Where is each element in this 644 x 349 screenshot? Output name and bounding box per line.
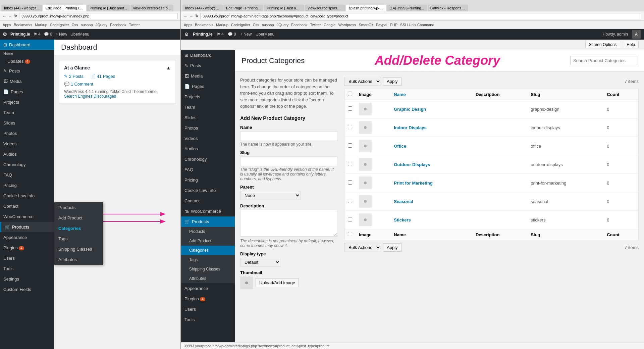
- sidebar-item-team-right[interactable]: Team: [181, 102, 235, 112]
- sidebar-item-media-left[interactable]: 🖼 Media: [0, 76, 54, 87]
- description-textarea[interactable]: [240, 210, 337, 237]
- right-address-bar[interactable]: ← → ↻ 39993.yourproof.info/wp-admin/edit…: [181, 11, 644, 21]
- tab-edit-page-left[interactable]: Edit Page · Printing.ie...: [43, 5, 86, 11]
- left-address-bar[interactable]: ← → ↻ 39993.yourproof.info/wp-admin/inde…: [0, 11, 180, 21]
- col-count[interactable]: Count: [603, 89, 638, 100]
- sidebar-item-audios-right[interactable]: Audios: [181, 144, 235, 154]
- posts-count[interactable]: ✎ 2 Posts: [64, 74, 84, 79]
- sidebar-item-users-right[interactable]: Users: [181, 304, 235, 314]
- row-checkbox-1[interactable]: [348, 125, 352, 129]
- select-all-checkbox-foot[interactable]: [348, 232, 352, 236]
- tab-inbox-left[interactable]: Inbox (44) - web@it...: [1, 5, 42, 11]
- sidebar-item-posts-left[interactable]: ✎ Posts: [0, 66, 54, 76]
- subnav-shipping-right[interactable]: Shipping Classes: [181, 264, 235, 274]
- apply-btn-bottom[interactable]: Apply: [383, 243, 401, 252]
- sidebar-item-team-left[interactable]: Team: [0, 107, 54, 118]
- submenu-add-product[interactable]: Add Product: [54, 213, 103, 223]
- tab-inbox-right[interactable]: Inbox (44) - web@it...: [182, 5, 223, 11]
- sidebar-item-pages-left[interactable]: 📄 Pages: [0, 87, 54, 97]
- right-updates[interactable]: ⚑ 4: [217, 32, 224, 37]
- sidebar-item-users-left[interactable]: Users: [0, 253, 54, 263]
- sidebar-item-photos-right[interactable]: Photos: [181, 123, 235, 133]
- comments-count[interactable]: 💬 1 Comment: [64, 82, 171, 87]
- apply-btn-top[interactable]: Apply: [383, 77, 401, 86]
- sidebar-item-pricing-left[interactable]: Pricing: [0, 180, 54, 191]
- row-name-link-5[interactable]: Seasonal: [394, 199, 413, 204]
- bulk-actions-select-top[interactable]: Bulk Actions: [344, 77, 381, 86]
- row-name-link-6[interactable]: Stickers: [394, 217, 411, 222]
- sidebar-item-products-left[interactable]: 🛒 Products: [0, 222, 54, 232]
- tab-printing-right[interactable]: Printing.ie | Just ano...: [264, 5, 304, 11]
- subnav-add-product-right[interactable]: Add Product: [181, 236, 235, 246]
- sidebar-item-slides-right[interactable]: Slides: [181, 112, 235, 123]
- left-comments[interactable]: 💬 0: [44, 32, 52, 37]
- row-name-link-0[interactable]: Graphic Design: [394, 107, 426, 112]
- row-checkbox-3[interactable]: [348, 162, 352, 166]
- col-image[interactable]: Image: [356, 89, 390, 100]
- sidebar-item-dashboard-right[interactable]: ⊞ Dashboard: [181, 50, 235, 60]
- search-categories-input[interactable]: [570, 56, 637, 65]
- sidebar-item-appearance-left[interactable]: Appearance: [0, 232, 54, 243]
- left-site-name[interactable]: Printing.ie: [10, 32, 30, 37]
- subnav-attributes-right[interactable]: Attributes: [181, 274, 235, 283]
- row-name-link-4[interactable]: Print for Marketing: [394, 181, 433, 186]
- tab-splash-right[interactable]: splash.printing/wp-c...: [346, 5, 386, 11]
- sidebar-item-chronology-right[interactable]: Chronology: [181, 154, 235, 164]
- slug-input[interactable]: [240, 156, 337, 166]
- sidebar-item-projects-left[interactable]: Projects: [0, 97, 54, 107]
- select-all-checkbox[interactable]: [348, 92, 352, 96]
- row-checkbox-2[interactable]: [348, 143, 352, 148]
- tab-source-left[interactable]: view-source:splash.p...: [130, 5, 173, 11]
- tab-printing-left[interactable]: Printing.ie | Just anot...: [87, 5, 130, 11]
- sidebar-item-contact-right[interactable]: Contact: [181, 196, 235, 206]
- right-site-name[interactable]: Printing.ie: [193, 32, 213, 37]
- sidebar-item-appearance-right[interactable]: Appearance: [181, 283, 235, 294]
- help-btn[interactable]: Help: [623, 41, 639, 48]
- parent-select[interactable]: None: [240, 191, 301, 200]
- sidebar-item-media-right[interactable]: 🖼 Media: [181, 71, 235, 81]
- sidebar-item-faq-left[interactable]: FAQ: [0, 170, 54, 180]
- sidebar-item-projects-right[interactable]: Projects: [181, 92, 235, 102]
- tab-39993-right[interactable]: (14) 39993-Printing...: [387, 5, 427, 11]
- sidebar-item-pages-right[interactable]: 📄 Pages: [181, 81, 235, 92]
- tab-gatwick-right[interactable]: Gatwick - Responsiv...: [428, 5, 468, 11]
- submenu-attributes[interactable]: Attributes: [54, 254, 103, 265]
- row-name-link-1[interactable]: Indoor Displays: [394, 125, 427, 130]
- row-checkbox-0[interactable]: [348, 106, 352, 111]
- sidebar-item-tools-left[interactable]: Tools: [0, 263, 54, 274]
- sidebar-item-pricing-right[interactable]: Pricing: [181, 175, 235, 185]
- col-name[interactable]: Name: [390, 89, 472, 100]
- submenu-shipping-classes[interactable]: Shipping Classes: [54, 244, 103, 254]
- sidebar-item-updates-left[interactable]: Updates 4: [0, 57, 54, 66]
- left-updates[interactable]: ⚑ 4: [34, 32, 41, 37]
- subnav-tags-right[interactable]: Tags: [181, 255, 235, 264]
- bulk-actions-select-bottom[interactable]: Bulk Actions: [344, 243, 381, 252]
- name-input[interactable]: [240, 131, 337, 141]
- sidebar-item-videos-left[interactable]: Videos: [0, 139, 54, 149]
- col-slug[interactable]: Slug: [527, 89, 603, 100]
- submenu-tags[interactable]: Tags: [54, 234, 103, 244]
- sidebar-item-custom-fields-left[interactable]: Custom Fields: [0, 284, 54, 295]
- sidebar-item-contact-left[interactable]: Contact: [0, 201, 54, 211]
- right-new-btn[interactable]: + New: [240, 32, 252, 37]
- screen-options-btn[interactable]: Screen Options: [585, 41, 621, 48]
- sidebar-item-cookie-right[interactable]: Cookie Law Info: [181, 185, 235, 196]
- sidebar-item-woo-left[interactable]: WooCommerce: [0, 211, 54, 222]
- sidebar-item-settings-left[interactable]: Settings: [0, 274, 54, 284]
- row-name-link-2[interactable]: Office: [394, 144, 406, 149]
- tab-edit-page-right[interactable]: Edit Page · Printing...: [223, 5, 263, 11]
- sidebar-item-woo-right[interactable]: 🛍 WooCommerce: [181, 206, 235, 216]
- display-type-select[interactable]: Default: [240, 258, 280, 267]
- subnav-products-right[interactable]: Products: [181, 227, 235, 236]
- submenu-products[interactable]: Products: [54, 202, 103, 213]
- row-name-link-3[interactable]: Outdoor Displays: [394, 162, 430, 167]
- subnav-categories-right[interactable]: Categories: [181, 246, 235, 255]
- sidebar-item-chronology-left[interactable]: Chronology: [0, 159, 54, 170]
- sidebar-item-videos-right[interactable]: Videos: [181, 133, 235, 144]
- submenu-categories[interactable]: Categories: [54, 223, 103, 234]
- sidebar-item-cookie-left[interactable]: Cookie Law Info: [0, 191, 54, 201]
- sidebar-item-photos-left[interactable]: Photos: [0, 128, 54, 139]
- row-checkbox-4[interactable]: [348, 180, 352, 185]
- row-checkbox-6[interactable]: [348, 217, 352, 221]
- sidebar-item-audios-left[interactable]: Audios: [0, 149, 54, 159]
